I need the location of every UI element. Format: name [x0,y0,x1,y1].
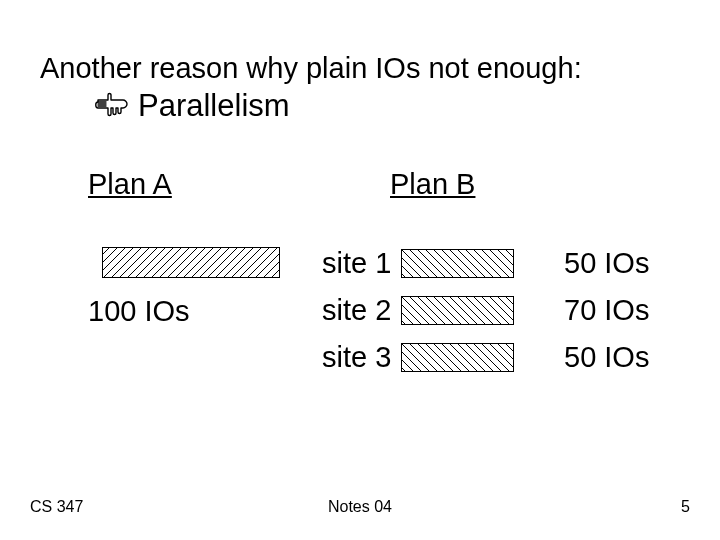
site-2-ios: 70 IOs [564,294,649,327]
footer-page-number: 5 [681,498,690,516]
plan-a-label: Plan A [88,168,172,201]
plan-a-ios: 100 IOs [88,295,190,328]
title-line-2: Parallelism [94,88,290,124]
site-row-3: site 3 50 IOs [322,341,649,374]
svg-rect-8 [402,297,514,325]
svg-rect-10 [402,344,514,372]
site-1-box-icon [401,249,514,278]
site-1-ios: 50 IOs [564,247,649,280]
plan-a-box-icon [102,247,280,278]
pointing-hand-icon [94,92,128,118]
slide: Another reason why plain IOs not enough:… [0,0,720,540]
title-parallelism: Parallelism [138,88,290,123]
svg-rect-4 [103,248,280,278]
site-row-2: site 2 70 IOs [322,294,649,327]
plan-b-label: Plan B [390,168,475,201]
site-1-label: site 1 [322,247,397,280]
site-3-ios: 50 IOs [564,341,649,374]
site-3-box-icon [401,343,514,372]
site-2-box-icon [401,296,514,325]
site-row-1: site 1 50 IOs [322,247,649,280]
site-2-label: site 2 [322,294,397,327]
footer-notes: Notes 04 [0,498,720,516]
title-line-1: Another reason why plain IOs not enough: [40,52,582,85]
site-3-label: site 3 [322,341,397,374]
svg-rect-6 [402,250,514,278]
